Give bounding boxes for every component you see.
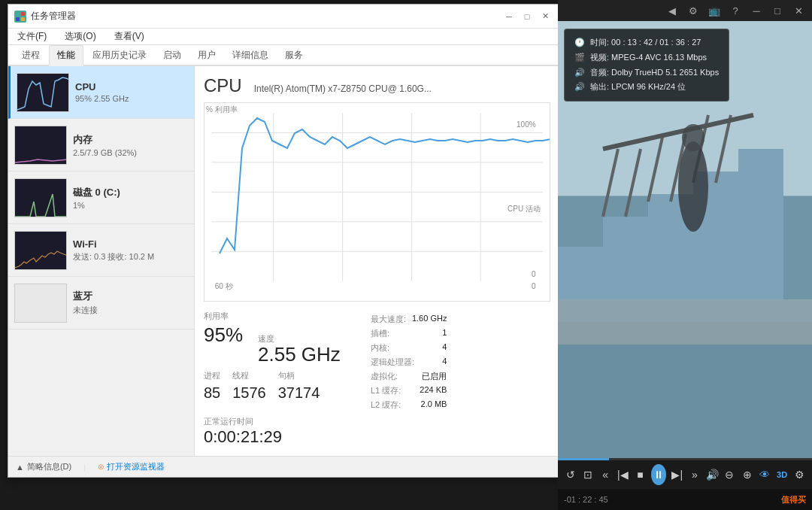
controls-bar: ↺ ⊡ « |◀ ■ ⏸ ▶| » 🔊 ⊖ ⊕ 👁 3D ⚙ bbox=[558, 460, 812, 489]
menu-file[interactable]: 文件(F) bbox=[14, 29, 50, 44]
prev-frame-button[interactable]: |◀ bbox=[617, 466, 629, 484]
sidebar-cpu-info: CPU 95% 2.55 GHz bbox=[75, 81, 188, 103]
utilization-section: 利用率 95% 速度 2.55 GHz bbox=[204, 311, 341, 364]
l1-value: 224 KB bbox=[420, 385, 447, 396]
open-monitor-link[interactable]: ⊙ 打开资源监视器 bbox=[98, 461, 165, 472]
thread-value: 1576 bbox=[232, 384, 266, 402]
sockets-label: 插槽: bbox=[371, 328, 389, 339]
sidebar-item-memory[interactable]: 内存 2.5/7.9 GB (32%) bbox=[8, 119, 194, 172]
cpu-subtitle: Intel(R) Atom(TM) x7-Z8750 CPU@ 1.60G... bbox=[254, 83, 432, 94]
media-minimize-button[interactable]: ─ bbox=[747, 3, 765, 18]
tab-services[interactable]: 服务 bbox=[277, 46, 311, 65]
gear-button[interactable]: ⚙ bbox=[793, 466, 806, 484]
sidebar-disk-name: 磁盘 0 (C:) bbox=[73, 186, 188, 199]
sidebar: CPU 95% 2.55 GHz 内存 2.5/7.9 GB (32%) bbox=[8, 66, 195, 456]
tab-performance[interactable]: 性能 bbox=[49, 45, 83, 66]
open-monitor-label: 打开资源监视器 bbox=[107, 462, 165, 471]
collapse-btn[interactable]: ▲ 简略信息(D) bbox=[16, 461, 71, 472]
back-button[interactable]: ◀ bbox=[663, 3, 681, 18]
rotate-button[interactable]: ↺ bbox=[564, 466, 577, 484]
pause-button[interactable]: ⏸ bbox=[651, 464, 666, 485]
screenshot-button[interactable]: ⊡ bbox=[581, 466, 594, 484]
sidebar-item-disk[interactable]: 磁盘 0 (C:) 1% bbox=[8, 172, 194, 224]
minimize-button[interactable]: ─ bbox=[501, 10, 517, 23]
svg-rect-2 bbox=[16, 17, 20, 21]
handle-section: 句柄 37174 bbox=[278, 370, 320, 402]
tab-details[interactable]: 详细信息 bbox=[225, 46, 276, 65]
uptime-value: 0:00:21:29 bbox=[204, 427, 341, 447]
svg-rect-3 bbox=[21, 17, 25, 21]
media-close-button[interactable]: ✕ bbox=[789, 3, 807, 18]
logical-value: 4 bbox=[442, 357, 447, 368]
time-remaining: -01 : 22 : 45 bbox=[564, 495, 609, 504]
sidebar-memory-value: 2.5/7.9 GB (32%) bbox=[73, 148, 188, 157]
menu-options[interactable]: 选项(O) bbox=[62, 29, 98, 44]
sidebar-disk-value: 1% bbox=[73, 201, 188, 210]
virtualization-label: 虚拟化: bbox=[371, 371, 398, 382]
clock-icon: 🕐 bbox=[574, 35, 586, 50]
sidebar-wifi-info: Wi-Fi 发送: 0.3 接收: 10.2 M bbox=[73, 238, 188, 263]
collapse-label: 简略信息(D) bbox=[27, 461, 71, 472]
sidebar-item-bluetooth[interactable]: 蓝牙 未连接 bbox=[8, 277, 194, 329]
output-row: 🔊 输出: LPCM 96 KHz/24 位 bbox=[574, 80, 720, 95]
maximize-button[interactable]: □ bbox=[519, 10, 535, 23]
bluetooth-mini-graph bbox=[14, 284, 67, 323]
media-maximize-button[interactable]: □ bbox=[768, 3, 786, 18]
help-button[interactable]: ? bbox=[726, 3, 744, 18]
titlebar-left: 任务管理器 bbox=[14, 10, 76, 23]
process-thread-handle-row: 进程 85 线程 1576 句柄 37174 bbox=[204, 370, 341, 402]
titlebar: 任务管理器 ─ □ ✕ bbox=[8, 5, 559, 29]
utilization-label: 利用率 bbox=[204, 311, 341, 322]
window-controls: ─ □ ✕ bbox=[501, 10, 553, 23]
time-info: 时间: 00 : 13 : 42 / 01 : 36 : 27 bbox=[590, 35, 701, 50]
watermark: 值得买 bbox=[781, 494, 806, 505]
volume-button[interactable]: 🔊 bbox=[706, 466, 719, 484]
svg-text:60 秒: 60 秒 bbox=[215, 282, 233, 290]
next-frame-button[interactable]: ▶| bbox=[671, 466, 683, 484]
rewind-button[interactable]: « bbox=[598, 466, 611, 484]
settings-button[interactable]: ⚙ bbox=[684, 3, 702, 18]
cores-value: 4 bbox=[442, 342, 447, 354]
video-info: 视频: MPEG-4 AVC 16.13 Mbps bbox=[590, 50, 707, 65]
fast-forward-button[interactable]: » bbox=[688, 466, 701, 484]
svg-text:0: 0 bbox=[532, 270, 536, 278]
3d-button[interactable]: 3D bbox=[776, 466, 789, 484]
tab-startup[interactable]: 启动 bbox=[156, 46, 189, 65]
stop-button[interactable]: ■ bbox=[634, 466, 647, 484]
sockets-row: 插槽: 1 bbox=[371, 328, 447, 339]
svg-rect-0 bbox=[16, 12, 20, 16]
sidebar-item-cpu[interactable]: CPU 95% 2.55 GHz bbox=[8, 66, 194, 119]
sidebar-cpu-name: CPU bbox=[75, 81, 188, 93]
cpu-mini-graph bbox=[17, 73, 69, 112]
time-row: 🕐 时间: 00 : 13 : 42 / 01 : 36 : 27 bbox=[574, 35, 720, 50]
cpu-details-grid: 最大速度: 1.60 GHz 插槽: 1 内核: 4 逻辑处理器: 4 bbox=[371, 314, 447, 447]
virtualization-value: 已启用 bbox=[422, 371, 447, 382]
progress-fill bbox=[558, 458, 609, 460]
cpu-main-panel: CPU Intel(R) Atom(TM) x7-Z8750 CPU@ 1.60… bbox=[195, 66, 559, 456]
progress-bar[interactable] bbox=[558, 458, 812, 460]
svg-rect-1 bbox=[21, 12, 25, 16]
eye-button[interactable]: 👁 bbox=[758, 466, 771, 484]
sidebar-bluetooth-info: 蓝牙 未连接 bbox=[73, 290, 188, 316]
cast-button[interactable]: 📺 bbox=[705, 3, 723, 18]
tab-app-history[interactable]: 应用历史记录 bbox=[85, 46, 154, 65]
sidebar-memory-info: 内存 2.5/7.9 GB (32%) bbox=[73, 133, 188, 157]
menu-view[interactable]: 查看(V) bbox=[111, 29, 147, 44]
wifi-mini-graph bbox=[14, 231, 67, 270]
speed-value: 2.55 GHz bbox=[258, 345, 341, 364]
disk-mini-graph bbox=[14, 178, 67, 217]
tab-processes[interactable]: 进程 bbox=[14, 46, 47, 65]
close-button[interactable]: ✕ bbox=[537, 10, 553, 23]
cores-label: 内核: bbox=[371, 342, 389, 354]
tab-users[interactable]: 用户 bbox=[190, 46, 223, 65]
max-speed-value: 1.60 GHz bbox=[412, 314, 447, 325]
speaker-icon: 🔊 bbox=[574, 65, 586, 80]
body: CPU 95% 2.55 GHz 内存 2.5/7.9 GB (32%) bbox=[8, 66, 559, 456]
zoom-out-button[interactable]: ⊖ bbox=[723, 466, 736, 484]
sidebar-wifi-value: 发送: 0.3 接收: 10.2 M bbox=[73, 251, 188, 263]
cores-row: 内核: 4 bbox=[371, 342, 447, 354]
media-info-overlay: 🕐 时间: 00 : 13 : 42 / 01 : 36 : 27 🎬 视频: … bbox=[564, 29, 729, 102]
zoom-in-button[interactable]: ⊕ bbox=[741, 466, 753, 484]
media-player: ◀ ⚙ 📺 ? ─ □ ✕ bbox=[558, 0, 812, 510]
sidebar-item-wifi[interactable]: Wi-Fi 发送: 0.3 接收: 10.2 M bbox=[8, 224, 194, 277]
